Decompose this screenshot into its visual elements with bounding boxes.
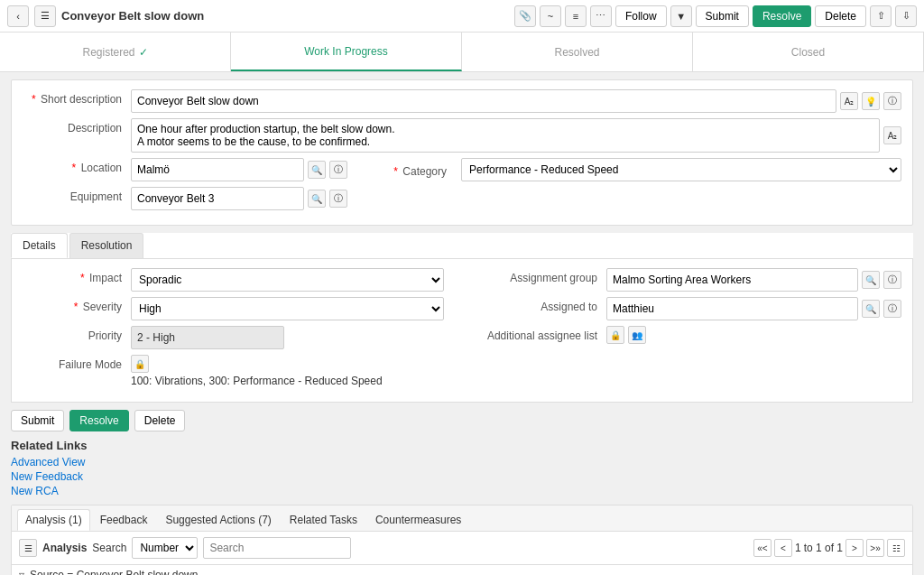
assignment-group-row: Assignment group 🔍 ⓘ — [480, 268, 901, 292]
equipment-input-group: 🔍 ⓘ — [131, 187, 347, 210]
impact-select[interactable]: Sporadic — [131, 268, 444, 292]
menu-icon[interactable]: ☰ — [34, 5, 56, 27]
tab-related-tasks[interactable]: Related Tasks — [282, 509, 365, 531]
next-page-btn[interactable]: > — [845, 539, 864, 557]
tab-resolution[interactable]: Resolution — [69, 233, 144, 258]
new-rca-link[interactable]: New RCA — [11, 485, 913, 497]
priority-row: Priority 2 - High — [23, 326, 444, 349]
topbar-left: ‹ ☰ Conveyor Belt slow down — [7, 5, 509, 27]
priority-field: 2 - High — [131, 326, 284, 349]
step-resolved[interactable]: Resolved — [462, 32, 693, 71]
step-closed[interactable]: Closed — [693, 32, 924, 71]
search-icon4[interactable]: 🔍 — [862, 300, 880, 318]
location-input-group: 🔍 ⓘ — [131, 158, 347, 181]
lightbulb-icon[interactable]: 💡 — [862, 92, 880, 110]
location-field[interactable] — [131, 158, 304, 181]
prev-page-btn[interactable]: < — [774, 539, 792, 557]
severity-select[interactable]: High — [131, 297, 444, 320]
info-icon[interactable]: ⓘ — [883, 92, 901, 110]
grid-icon[interactable]: ☷ — [887, 539, 905, 557]
last-page-btn[interactable]: >» — [866, 539, 884, 557]
details-right-col: Assignment group 🔍 ⓘ Assigned to 🔍 — [462, 268, 901, 393]
assigned-to-field[interactable] — [606, 297, 858, 320]
description-field[interactable]: One hour after production startup, the b… — [131, 118, 880, 153]
new-feedback-link[interactable]: New Feedback — [11, 470, 913, 483]
equipment-field[interactable] — [131, 187, 304, 210]
dots-icon[interactable]: ⋯ — [590, 5, 612, 27]
delete-button-top[interactable]: Delete — [815, 5, 866, 27]
resolve-button[interactable]: Resolve — [69, 410, 128, 431]
step-registered[interactable]: Registered ✓ — [0, 32, 231, 71]
assigned-to-row: Assigned to 🔍 ⓘ — [480, 297, 901, 320]
additional-assignee-row: Additional assignee list 🔒 👥 — [480, 326, 901, 344]
topbar: ‹ ☰ Conveyor Belt slow down 📎 ~ ≡ ⋯ Foll… — [0, 0, 924, 32]
details-two-col: * Impact Sporadic * Severit — [23, 268, 901, 393]
location-label: * Location — [23, 158, 131, 174]
equipment-row: Equipment 🔍 ⓘ — [23, 187, 901, 210]
failure-mode-row: Failure Mode 🔒 100: Vibrations, 300: Per… — [23, 355, 444, 387]
hamburger-icon[interactable]: ☰ — [19, 539, 37, 557]
form-section: * Short description A₂ 💡 ⓘ Description O… — [11, 79, 913, 226]
severity-row: * Severity High — [23, 297, 444, 320]
analysis-toolbar: ☰ Analysis Search Number «< < 1 to 1 of … — [12, 532, 912, 565]
delete-button[interactable]: Delete — [134, 410, 186, 431]
resolve-button-top[interactable]: Resolve — [753, 5, 811, 27]
failure-mode-group: 🔒 100: Vibrations, 300: Performance - Re… — [131, 355, 444, 387]
search-icon[interactable]: 🔍 — [308, 161, 326, 179]
priority-label: Priority — [23, 326, 131, 342]
follow-dropdown-icon[interactable]: ▼ — [670, 5, 692, 27]
action-buttons: Submit Resolve Delete — [11, 410, 913, 431]
list-icon[interactable]: ≡ — [565, 5, 587, 27]
up-icon[interactable]: ⇧ — [870, 5, 892, 27]
tab-suggested-actions[interactable]: Suggested Actions (7) — [157, 509, 279, 531]
lock-icon[interactable]: 🔒 — [131, 355, 149, 373]
search-icon3[interactable]: 🔍 — [862, 271, 880, 289]
translate-icon2[interactable]: A₂ — [883, 126, 901, 144]
step-work-in-progress[interactable]: Work In Progress — [231, 32, 462, 71]
paperclip-icon[interactable]: 📎 — [514, 5, 536, 27]
category-group: * Category Performance - Reduced Speed — [383, 158, 901, 181]
short-description-input-group: A₂ 💡 ⓘ — [131, 89, 901, 113]
short-description-field[interactable] — [131, 89, 836, 113]
search-input[interactable] — [203, 537, 351, 559]
first-page-btn[interactable]: «< — [753, 539, 772, 557]
impact-label: * Impact — [23, 268, 131, 284]
related-links-title: Related Links — [11, 439, 913, 452]
down-icon[interactable]: ⇩ — [895, 5, 917, 27]
info-icon2[interactable]: ⓘ — [329, 161, 347, 179]
description-input-group: One hour after production startup, the b… — [131, 118, 901, 153]
page-title: Conveyor Belt slow down — [61, 9, 204, 23]
search-icon2[interactable]: 🔍 — [308, 190, 326, 208]
pagination: «< < 1 to 1 of 1 > >» ☷ — [753, 539, 905, 557]
details-left-col: * Impact Sporadic * Severit — [23, 268, 462, 393]
assigned-to-label: Assigned to — [480, 297, 606, 313]
topbar-actions: 📎 ~ ≡ ⋯ Follow ▼ Submit Resolve Delete ⇧… — [514, 5, 917, 27]
lock-icon2[interactable]: 🔒 — [606, 326, 624, 344]
equipment-label: Equipment — [23, 187, 131, 203]
assigned-to-input-group: 🔍 ⓘ — [606, 297, 901, 320]
info-icon4[interactable]: ⓘ — [883, 271, 901, 289]
progress-bar: Registered ✓ Work In Progress Resolved C… — [0, 32, 924, 72]
tab-countermeasures[interactable]: Countermeasures — [367, 509, 469, 531]
number-select[interactable]: Number — [132, 537, 198, 559]
inner-tabs-container: Details Resolution * Impact Sporadic — [11, 233, 913, 403]
add-person-icon[interactable]: 👥 — [628, 326, 646, 344]
translate-icon[interactable]: A₂ — [840, 92, 858, 110]
funnel-icon: ▿ — [19, 569, 24, 575]
advanced-view-link[interactable]: Advanced View — [11, 456, 913, 468]
tab-feedback[interactable]: Feedback — [92, 509, 156, 531]
follow-button[interactable]: Follow — [615, 5, 667, 27]
back-icon[interactable]: ‹ — [7, 5, 29, 27]
category-select[interactable]: Performance - Reduced Speed — [461, 158, 901, 181]
submit-button[interactable]: Submit — [11, 410, 64, 431]
tab-details[interactable]: Details — [11, 233, 68, 258]
analysis-tabs: Analysis (1) Feedback Suggested Actions … — [12, 505, 912, 532]
category-label: * Category — [383, 162, 456, 178]
description-label: Description — [23, 118, 131, 134]
wave-icon[interactable]: ~ — [540, 5, 561, 27]
info-icon5[interactable]: ⓘ — [883, 300, 901, 318]
submit-button-top[interactable]: Submit — [696, 5, 749, 27]
info-icon3[interactable]: ⓘ — [329, 190, 347, 208]
tab-analysis[interactable]: Analysis (1) — [17, 509, 90, 531]
assignment-group-field[interactable] — [606, 268, 858, 292]
